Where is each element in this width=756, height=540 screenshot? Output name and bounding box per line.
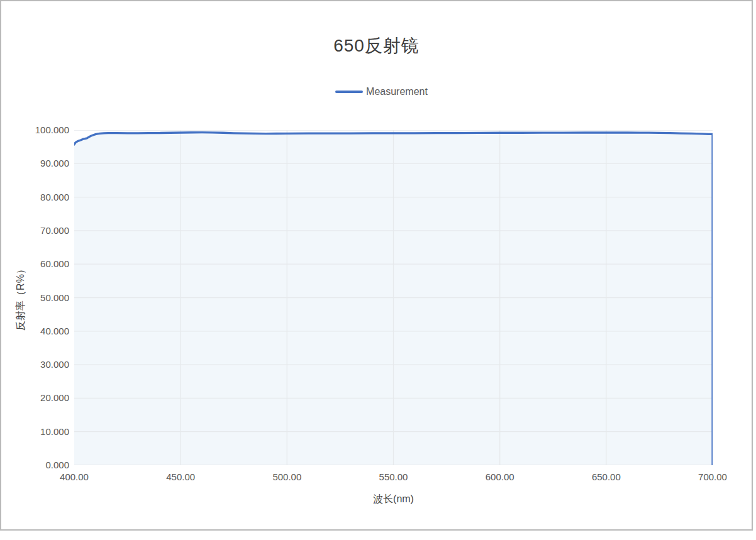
x-axis-tick-label: 450.00 <box>152 471 209 482</box>
y-axis-title: 反射率（R%） <box>14 264 28 331</box>
legend-item-measurement[interactable]: Measurement <box>335 86 428 97</box>
y-axis-tick-label: 30.000 <box>9 359 69 370</box>
y-axis-tick-label: 20.000 <box>9 392 69 403</box>
x-axis-tick-label: 400.00 <box>46 471 103 482</box>
y-axis-tick-label: 10.000 <box>9 426 69 437</box>
x-axis-title: 波长(nm) <box>74 493 713 506</box>
y-axis-tick-label: 70.000 <box>9 225 69 236</box>
x-axis-tick-label: 500.00 <box>258 471 315 482</box>
y-axis-tick-label: 90.000 <box>9 158 69 168</box>
chart-card: 650反射镜 Measurement 0.00010.00020.00030.0… <box>0 0 753 531</box>
chart-title: 650反射镜 <box>1 34 752 58</box>
y-axis-tick-label: 80.000 <box>9 192 69 202</box>
x-axis-tick-label: 650.00 <box>578 471 635 482</box>
x-axis-tick-label: 700.00 <box>684 471 741 482</box>
x-axis-tick-label: 550.00 <box>365 471 422 482</box>
plot-area <box>74 130 713 465</box>
x-axis-tick-label: 600.00 <box>472 471 528 482</box>
legend-line-swatch-icon <box>335 91 363 93</box>
legend: Measurement <box>1 86 752 97</box>
y-axis-tick-label: 0.000 <box>9 460 69 470</box>
y-axis-tick-label: 100.000 <box>9 124 69 135</box>
legend-item-label: Measurement <box>366 86 428 97</box>
